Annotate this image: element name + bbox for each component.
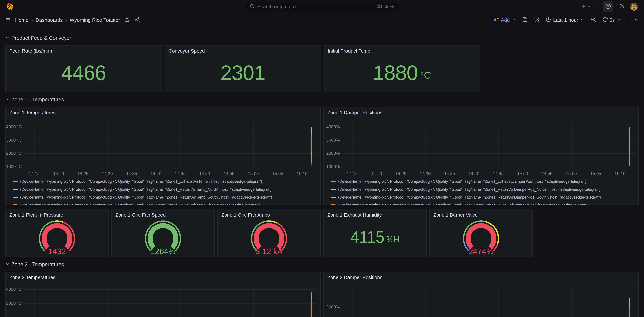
chevron-down-icon — [5, 96, 10, 103]
chevron-down-icon — [512, 17, 516, 23]
x-axis-tick: 14:35 — [444, 171, 455, 176]
legend-row[interactable]: {DeviceName="wyoming-plc", Protocol="Com… — [13, 186, 318, 194]
plot-area-zone2-temperatures: 4000 °C3000 °C — [24, 285, 317, 317]
row-header-zone-2-temperatures[interactable]: Zone 2 - Temperatures — [5, 260, 639, 269]
x-gridline — [572, 287, 572, 317]
y-gridline — [24, 303, 317, 304]
y-axis-tick: 2000% — [323, 151, 340, 156]
time-range-picker[interactable]: Last 1 hour — [546, 17, 584, 24]
gauge-panel: Zone 1 Circ Fan Amps3.12 kA — [217, 209, 321, 257]
search-input[interactable]: Search or jump to... ctrl+k — [246, 2, 398, 11]
refresh-interval-picker[interactable]: 5s — [610, 17, 620, 23]
x-gridline — [132, 122, 132, 166]
x-gridline — [132, 287, 132, 317]
x-gridline — [620, 122, 620, 166]
chevron-down-icon — [588, 4, 592, 9]
breadcrumb: Home›Dashboards›Wyoming Rice Toaster — [15, 17, 120, 23]
legend-row[interactable]: {DeviceName="wyoming-plc", Protocol="Com… — [331, 201, 636, 206]
user-avatar[interactable] — [630, 2, 638, 10]
x-gridline — [401, 122, 401, 166]
x-gridline — [450, 287, 450, 317]
question-circle-icon — [605, 3, 611, 10]
add-button[interactable]: Add — [494, 17, 516, 24]
keyboard-icon — [376, 3, 382, 10]
legend: {DeviceName="wyoming-plc", Protocol="Com… — [13, 178, 318, 206]
x-gridline — [450, 122, 450, 166]
x-gridline — [302, 287, 302, 317]
share-button[interactable] — [134, 17, 140, 23]
dashboard-toolbar: Home›Dashboards›Wyoming Rice Toaster Add… — [0, 14, 644, 27]
panel-title[interactable]: Conveyor Speed — [168, 48, 205, 54]
gauge-arc: 3.12 kA — [246, 218, 292, 256]
gauge-value: 1264% — [150, 247, 176, 256]
x-gridline — [254, 287, 254, 317]
panel-title[interactable]: Zone 1 Damper Positions — [327, 110, 382, 116]
y-axis-tick: 3000 °C — [5, 301, 22, 306]
row-header-product-feed-conveyor[interactable]: Product Feed & Conveyor — [5, 34, 639, 42]
favorite-button[interactable] — [124, 17, 130, 23]
legend-label: {DeviceName="wyoming-plc", Protocol="Com… — [20, 195, 272, 200]
stat-value: 4466 — [6, 53, 162, 92]
chevron-down-icon — [5, 35, 10, 41]
chevron-down-icon — [5, 262, 10, 268]
x-gridline — [474, 287, 474, 317]
panel-title[interactable]: Initial Product Temp — [328, 48, 370, 54]
hamburger-icon — [5, 17, 11, 23]
new-button[interactable] — [581, 3, 592, 10]
legend-swatch — [331, 204, 336, 206]
plot-area-zone1-temperatures: 4000 °C3000 °C2000 °C1000 °C14:1514:2014… — [24, 120, 317, 174]
refresh-button[interactable] — [602, 17, 608, 24]
legend-row[interactable]: {DeviceName="wyoming-plc", Protocol="Com… — [13, 201, 318, 206]
legend-row[interactable]: {DeviceName="wyoming-plc", Protocol="Com… — [331, 194, 636, 201]
legend-row[interactable]: {DeviceName="wyoming-plc", Protocol="Com… — [13, 194, 318, 201]
series-spike — [311, 154, 312, 163]
zoom-out-time-button[interactable] — [591, 17, 596, 24]
bar-chart-plus-icon — [494, 17, 499, 24]
breadcrumb-item-dashboards[interactable]: Dashboards — [36, 17, 63, 23]
news-button[interactable] — [619, 3, 624, 10]
save-dashboard-button[interactable] — [522, 17, 528, 24]
y-axis-tick: 1000% — [323, 164, 340, 169]
panel-title[interactable]: Zone 1 Circ Fan Amps — [221, 212, 270, 218]
stat-unit: °C — [420, 70, 431, 81]
x-gridline — [83, 122, 83, 166]
x-axis-tick: 14:30 — [102, 171, 113, 176]
legend: {DeviceName="wyoming-plc", Protocol="Com… — [331, 178, 636, 206]
x-gridline — [547, 287, 547, 317]
breadcrumb-item-home[interactable]: Home — [15, 17, 28, 23]
y-axis-tick: 4000 °C — [5, 287, 22, 292]
menu-button[interactable] — [5, 17, 11, 23]
legend-row[interactable]: {DeviceName="wyoming-plc", Protocol="Com… — [331, 178, 636, 186]
stat-number: 1880 — [373, 61, 418, 85]
x-axis-tick: 14:30 — [420, 171, 431, 176]
grafana-logo[interactable] — [6, 2, 14, 10]
x-gridline — [58, 122, 59, 166]
legend-row[interactable]: {DeviceName="wyoming-plc", Protocol="Com… — [13, 178, 318, 186]
series-spike — [311, 135, 312, 152]
dashboard-settings-button[interactable] — [534, 17, 539, 24]
x-axis-tick: 15:10 — [614, 171, 626, 176]
y-gridline — [24, 153, 317, 154]
gauge-panel: Zone 1 Burner Valve2474% — [429, 209, 533, 257]
panel-title[interactable]: Feed Rate (lbs/min) — [10, 48, 52, 54]
panel-title[interactable]: Zone 2 Damper Positions — [327, 275, 382, 280]
stat-panel: Conveyor Speed2301 — [164, 45, 321, 92]
legend-swatch — [331, 196, 336, 198]
series-spike — [629, 128, 630, 153]
x-axis-tick: 14:40 — [468, 171, 479, 176]
panel-title[interactable]: Zone 1 Burner Valve — [433, 212, 478, 218]
clock-icon — [546, 17, 551, 24]
help-button[interactable] — [603, 1, 614, 12]
panel-title[interactable]: Zone 1 Temperatures — [10, 110, 56, 116]
x-gridline — [180, 287, 180, 317]
panel-title[interactable]: Zone 1 Exhaust Humidity — [327, 212, 382, 218]
stat-row: Feed Rate (lbs/min)4466Conveyor Speed230… — [5, 45, 639, 92]
legend-row[interactable]: {DeviceName="wyoming-plc", Protocol="Com… — [331, 186, 636, 194]
panel-title[interactable]: Zone 1 Plenum Pressure — [10, 212, 63, 218]
stat-value: 4115%H — [324, 217, 426, 257]
panel-title[interactable]: Zone 2 Temperatures — [10, 275, 56, 280]
kiosk-mode-button[interactable] — [634, 17, 639, 24]
series-spike — [629, 153, 630, 155]
row-header-zone-1-temperatures[interactable]: Zone 1 - Temperatures — [5, 96, 639, 104]
panel-title[interactable]: Zone 1 Circ Fan Speed — [116, 212, 166, 218]
